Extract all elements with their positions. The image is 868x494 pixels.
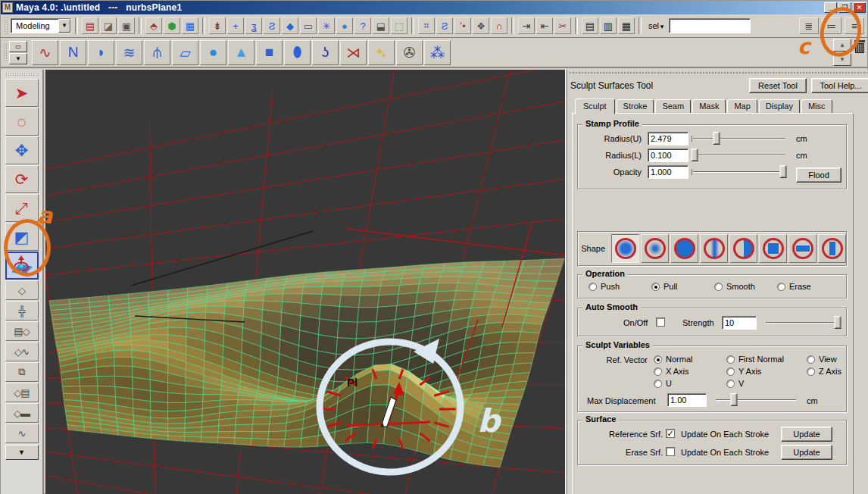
refvector-view-radio[interactable]: View bbox=[807, 355, 841, 364]
maximize-button[interactable]: ❐ bbox=[838, 2, 851, 13]
slider[interactable] bbox=[692, 165, 787, 179]
snap-surface-icon[interactable]: ❖ bbox=[473, 17, 489, 34]
refvector-first-normal-radio[interactable]: First Normal bbox=[726, 355, 807, 364]
joint-tool-icon[interactable]: ʖ bbox=[312, 40, 339, 65]
radio-icon[interactable] bbox=[654, 380, 662, 388]
layout-outliner-persp-button[interactable]: ▤◇ bbox=[5, 321, 39, 341]
radio-icon[interactable] bbox=[654, 367, 662, 376]
layout-persp-graph-button[interactable]: ◇∿ bbox=[5, 342, 39, 361]
mask-dynamics-icon[interactable]: ✳ bbox=[318, 17, 335, 34]
scale-tool[interactable]: ⤢ bbox=[5, 194, 39, 222]
max-displacement-slider[interactable] bbox=[714, 393, 798, 407]
refvector-y-axis-radio[interactable]: Y Axis bbox=[726, 367, 807, 376]
shape-soft-vertical-bar-button[interactable] bbox=[700, 234, 728, 263]
radio-icon[interactable] bbox=[589, 283, 597, 291]
construction-history-icon[interactable]: ✂ bbox=[554, 17, 571, 34]
mask-misc-icon[interactable]: ? bbox=[354, 17, 371, 34]
operation-pull-radio[interactable]: Pull bbox=[651, 282, 714, 291]
mask-handles-icon[interactable]: + bbox=[227, 17, 244, 34]
tab-sculpt[interactable]: Sculpt bbox=[575, 98, 615, 114]
layout-hypergraph-button[interactable]: ⧉ bbox=[5, 362, 39, 382]
lasso-select-tool[interactable]: ◌ bbox=[5, 108, 39, 136]
auto-smooth-onoff-checkbox[interactable] bbox=[656, 317, 665, 327]
save-scene-icon[interactable]: ▣ bbox=[118, 17, 135, 34]
cv-curve-tool-icon[interactable]: ∿ bbox=[32, 40, 58, 65]
camera-icon[interactable]: ✇ bbox=[396, 40, 423, 65]
layout-four-view-button[interactable]: ╬ bbox=[5, 301, 39, 320]
refvector-normal-radio[interactable]: Normal bbox=[654, 355, 726, 364]
tab-misc[interactable]: Misc bbox=[801, 99, 832, 114]
toggle-attribute-editor-icon[interactable]: ≣ bbox=[799, 17, 819, 34]
shape-solid-circle-button[interactable] bbox=[670, 234, 698, 263]
max-displacement-field[interactable] bbox=[667, 393, 707, 407]
shelf-selector-button[interactable]: ▼ bbox=[9, 53, 27, 64]
radio-icon[interactable] bbox=[726, 380, 735, 388]
shape-gaussian-dot-button[interactable] bbox=[641, 234, 669, 263]
sculpt-surfaces-tool-button[interactable] bbox=[5, 252, 39, 280]
toolbox-grip[interactable] bbox=[5, 72, 39, 77]
radio-icon[interactable] bbox=[726, 355, 735, 364]
refvector-v-radio[interactable]: V bbox=[726, 379, 807, 388]
shape-vertical-bar-button[interactable] bbox=[818, 234, 846, 263]
select-hierarchy-icon[interactable]: ⬘ bbox=[145, 17, 162, 34]
shelf-tab-icon[interactable]: ▭ bbox=[9, 41, 27, 52]
trash-icon[interactable] bbox=[854, 40, 866, 54]
move-tool[interactable]: ✥ bbox=[5, 136, 39, 164]
shape-half-circle-button[interactable] bbox=[729, 234, 757, 263]
ipr-render-icon[interactable]: ▥ bbox=[600, 17, 617, 34]
layout-persp-outliner-button[interactable]: ◇▤ bbox=[5, 383, 39, 402]
minimize-button[interactable]: _ bbox=[824, 2, 837, 13]
reset-tool-button[interactable]: Reset Tool bbox=[749, 78, 807, 93]
slider[interactable] bbox=[692, 132, 787, 145]
radio-icon[interactable] bbox=[726, 367, 735, 376]
radio-icon[interactable] bbox=[777, 283, 785, 291]
input-connections-icon[interactable]: ⇥ bbox=[518, 17, 535, 34]
layout-dropdown-button[interactable]: ▼ bbox=[5, 445, 39, 460]
revolve-icon[interactable]: ◗ bbox=[88, 40, 114, 65]
mask-surfaces-icon[interactable]: ◆ bbox=[282, 17, 298, 34]
close-button[interactable]: ✕ bbox=[853, 2, 866, 13]
rotate-tool[interactable]: ⟳ bbox=[5, 165, 39, 193]
radio-icon[interactable] bbox=[651, 283, 660, 291]
sculpt-surfaces-shelf-icon[interactable]: ▱ bbox=[172, 40, 198, 65]
mask-curves-icon[interactable]: Ƨ bbox=[264, 17, 280, 34]
refvector-x-axis-radio[interactable]: X Axis bbox=[654, 367, 726, 376]
refvector-z-axis-radio[interactable]: Z Axis bbox=[807, 367, 841, 376]
operation-push-radio[interactable]: Push bbox=[589, 282, 651, 291]
quick-selection-input[interactable] bbox=[669, 18, 751, 33]
perspective-viewport[interactable]: Plb bbox=[45, 70, 565, 494]
toggle-tool-settings-icon[interactable]: ≔ bbox=[822, 17, 841, 34]
marquee-select-icon[interactable]: ⬚ bbox=[391, 17, 407, 34]
shelf-grip[interactable] bbox=[3, 43, 8, 61]
shape-horizontal-bar-button[interactable] bbox=[788, 234, 816, 263]
panel-tear-grip[interactable] bbox=[569, 71, 867, 74]
operation-smooth-radio[interactable]: Smooth bbox=[714, 282, 777, 291]
layout-persp-trax-button[interactable]: ◇▬ bbox=[5, 403, 39, 423]
update-button[interactable]: Update bbox=[781, 445, 832, 460]
radio-icon[interactable] bbox=[654, 355, 662, 364]
layout-single-perspective-button[interactable]: ◇ bbox=[5, 280, 39, 300]
shelf-scroll-up-button[interactable]: ▲ bbox=[833, 39, 851, 52]
statusline-grip[interactable] bbox=[4, 17, 8, 35]
extrude-icon[interactable]: ⫛ bbox=[144, 40, 170, 65]
select-tool[interactable]: ➤ bbox=[5, 79, 39, 107]
radio-icon[interactable] bbox=[807, 355, 815, 364]
update-button[interactable]: Update bbox=[781, 427, 832, 442]
highlight-selection-icon[interactable]: ⇟ bbox=[209, 17, 226, 34]
mask-deformations-icon[interactable]: ▭ bbox=[300, 17, 317, 34]
tool-help-button[interactable]: Tool Help... bbox=[811, 78, 868, 93]
tab-mask[interactable]: Mask bbox=[692, 99, 726, 114]
render-current-frame-icon[interactable]: ▤ bbox=[582, 17, 598, 34]
particle-tool-icon[interactable]: ⁂ bbox=[424, 40, 451, 65]
strength-slider[interactable] bbox=[764, 316, 840, 330]
radio-icon[interactable] bbox=[807, 367, 815, 376]
make-live-icon[interactable]: ∩ bbox=[491, 17, 507, 34]
tab-seam[interactable]: Seam bbox=[655, 99, 691, 114]
show-manipulator-tool[interactable]: ◩ bbox=[5, 223, 39, 251]
shape-soft-circle-button[interactable] bbox=[611, 234, 639, 263]
nurbs-cone-icon[interactable]: ▲ bbox=[228, 40, 254, 65]
chevron-down-icon[interactable]: ▼ bbox=[58, 19, 70, 33]
nurbs-sphere-icon[interactable]: ● bbox=[200, 40, 226, 65]
spot-light-icon[interactable]: ➴ bbox=[368, 40, 395, 65]
ep-curve-tool-icon[interactable]: N bbox=[60, 40, 86, 65]
